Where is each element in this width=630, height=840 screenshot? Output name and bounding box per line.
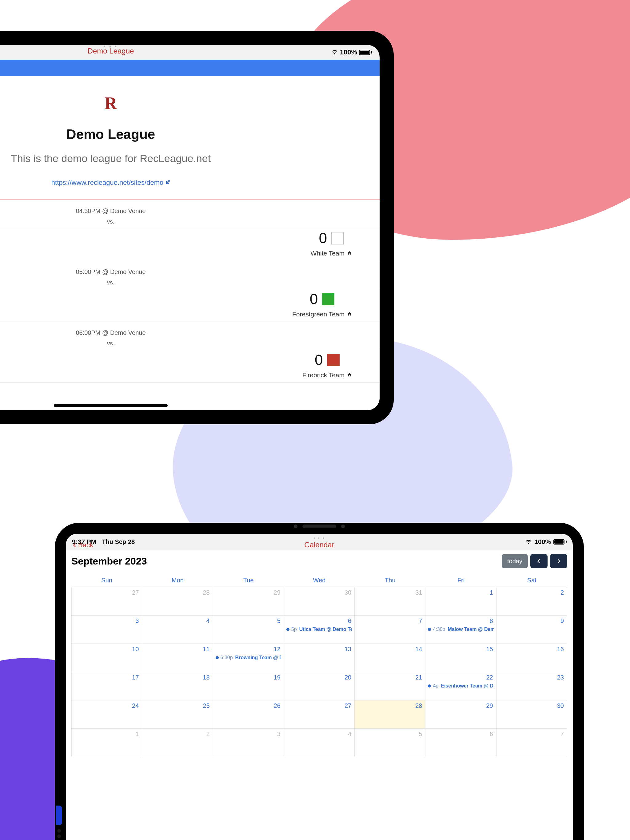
calendar-cell[interactable]: 15 (426, 644, 496, 672)
calendar-cell[interactable]: 1 (71, 729, 142, 757)
calendar-cell[interactable]: 10 (71, 644, 142, 672)
event-label: Utica Team @ Demo Team (299, 627, 352, 632)
calendar-event[interactable]: 4pEisenhower Team @ Demo (428, 683, 494, 689)
chevron-right-icon (556, 558, 561, 564)
calendar-cell[interactable]: 9 (497, 616, 567, 644)
calendar-cell[interactable]: 21 (355, 672, 426, 700)
calendar-controls: today (502, 554, 567, 568)
calendar-cell[interactable]: 30 (497, 700, 567, 729)
home-score: 0 (319, 230, 327, 246)
event-time: 4p (433, 683, 438, 689)
calendar-event[interactable]: 6:30pBrowning Team @ Dem (216, 655, 281, 660)
calendar-cell[interactable]: 126:30pBrowning Team @ Dem (213, 644, 284, 672)
event-time: 6:30p (220, 655, 233, 660)
game-time-venue: 06:00PM @ Demo Venue (76, 329, 146, 336)
home-team-name: Firebrick Team (302, 371, 352, 379)
device1-screen: • • • Demo League 100% e us a 5-star rat… (0, 45, 380, 410)
calendar-day-number: 6 (490, 731, 493, 737)
calendar-day-number: 28 (415, 702, 422, 709)
calendar-day-number: 30 (557, 702, 564, 709)
calendar-day-number: 5 (419, 731, 422, 737)
rating-banner[interactable]: e us a 5-star rating. ★ ★ ★ ★ ★ (0, 60, 380, 76)
game-header: 04:30PM @ Demo Venuevs. (0, 200, 380, 227)
calendar-dow: Mon (142, 574, 213, 587)
calendar-cell[interactable]: 14 (355, 644, 426, 672)
today-button[interactable]: today (502, 554, 528, 568)
calendar-cell[interactable]: 20 (284, 672, 355, 700)
calendar-cell[interactable]: 25 (142, 700, 213, 729)
calendar-cell[interactable]: 23 (497, 672, 567, 700)
calendar-cell[interactable]: 24 (71, 700, 142, 729)
calendar-cell[interactable]: 1 (426, 587, 496, 616)
calendar-event[interactable]: 5pUtica Team @ Demo Team (287, 627, 352, 632)
calendar-cell[interactable]: 29 (426, 700, 496, 729)
next-month-button[interactable] (550, 554, 567, 568)
game-header: 05:00PM @ Demo Venuevs. (0, 261, 380, 288)
calendar-header: September 2023 today (71, 554, 567, 568)
calendar-cell[interactable]: 18 (142, 672, 213, 700)
calendar-cell[interactable]: 19 (213, 672, 284, 700)
calendar-day-number: 1 (490, 589, 493, 596)
game-block[interactable]: 06:00PM @ Demo Venuevs.m0Firebrick Team (0, 322, 380, 383)
calendar-dow: Sat (497, 574, 567, 587)
game-body: m0Firebrick Team (0, 349, 380, 382)
calendar-day-number: 13 (345, 646, 351, 653)
calendar-cell[interactable]: 2 (497, 587, 567, 616)
calendar-cell[interactable]: 27 (71, 587, 142, 616)
calendar-cell[interactable]: 5 (213, 616, 284, 644)
home-icon (347, 311, 352, 318)
calendar-cell[interactable]: 31 (355, 587, 426, 616)
calendar-cell[interactable]: 30 (284, 587, 355, 616)
calendar-event[interactable]: 4:30pMalow Team @ Demo T (428, 627, 494, 632)
calendar-cell[interactable]: 3 (71, 616, 142, 644)
calendar-cell[interactable]: 7 (497, 729, 567, 757)
calendar-view: September 2023 today SunMonTueWedThuFriS… (66, 550, 573, 840)
game-time-venue: 04:30PM @ Demo Venue (76, 208, 146, 214)
calendar-cell[interactable]: 65pUtica Team @ Demo Team (284, 616, 355, 644)
calendar-day-number: 16 (557, 646, 564, 653)
game-block[interactable]: 05:00PM @ Demo Venuevs.0Forestgreen Team (0, 261, 380, 322)
calendar-cell[interactable]: 16 (497, 644, 567, 672)
calendar-cell[interactable]: 7 (355, 616, 426, 644)
calendar-cell[interactable]: 84:30pMalow Team @ Demo T (426, 616, 496, 644)
calendar-cell[interactable]: 17 (71, 672, 142, 700)
calendar-cell[interactable]: 224pEisenhower Team @ Demo (426, 672, 496, 700)
calendar-cell[interactable]: 27 (284, 700, 355, 729)
calendar-cell[interactable]: 2 (142, 729, 213, 757)
calendar-day-number: 6 (348, 617, 351, 624)
calendar-day-number: 18 (203, 674, 209, 681)
calendar-cell[interactable]: 29 (213, 587, 284, 616)
prev-month-button[interactable] (530, 554, 548, 568)
calendar-cell[interactable]: 28 (355, 700, 426, 729)
games-list: 04:30PM @ Demo Venuevs.0White Team 05:00… (0, 199, 380, 383)
event-label: Browning Team @ Dem (235, 655, 281, 660)
today-button-label: today (507, 558, 522, 565)
calendar-day-number: 5 (277, 617, 280, 624)
home-indicator[interactable] (54, 404, 168, 407)
calendar-cell[interactable]: 4 (284, 729, 355, 757)
calendar-cell[interactable]: 5 (355, 729, 426, 757)
calendar-cell[interactable]: 28 (142, 587, 213, 616)
calendar-dow: Sun (71, 574, 142, 587)
calendar-cell[interactable]: 26 (213, 700, 284, 729)
calendar-day-number: 23 (557, 674, 564, 681)
calendar-cell[interactable]: 3 (213, 729, 284, 757)
calendar-cell[interactable]: 11 (142, 644, 213, 672)
league-website-link[interactable]: https://www.recleague.net/sites/demo (51, 178, 170, 186)
calendar-day-number: 20 (345, 674, 351, 681)
calendar-day-number: 17 (132, 674, 139, 681)
calendar-day-number: 7 (419, 617, 422, 624)
status-bar: 9:37 PM Thu Sep 28 Back • • • Calendar 1… (66, 534, 573, 550)
home-icon (347, 371, 352, 379)
side-pill-indicator (56, 805, 62, 825)
navbar-title: Calendar (66, 540, 573, 549)
calendar-dow: Tue (213, 574, 284, 587)
calendar-cell[interactable]: 4 (142, 616, 213, 644)
calendar-cell[interactable]: 6 (426, 729, 496, 757)
calendar-cell[interactable]: 13 (284, 644, 355, 672)
game-block[interactable]: 04:30PM @ Demo Venuevs.0White Team (0, 200, 380, 261)
event-bullet-icon (428, 684, 431, 687)
calendar-day-number: 27 (345, 702, 351, 709)
calendar-dow: Thu (355, 574, 426, 587)
calendar-day-number: 29 (274, 589, 280, 596)
